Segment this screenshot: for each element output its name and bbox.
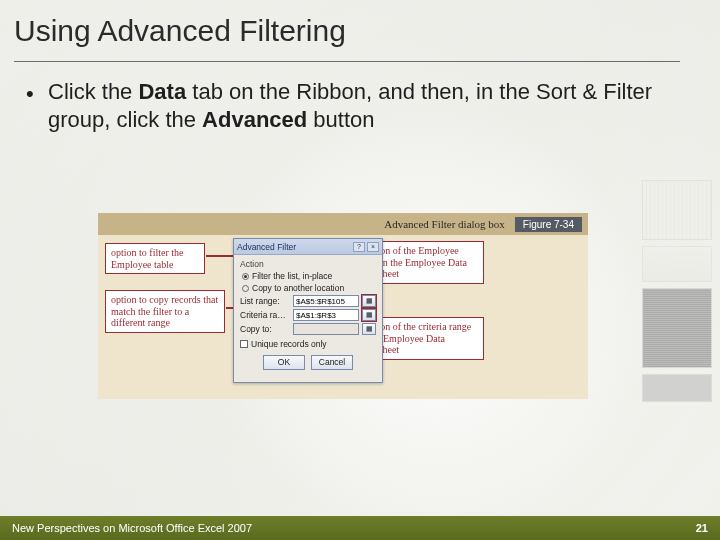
page-number: 21 [696,522,708,534]
cancel-button[interactable]: Cancel [311,355,353,370]
callout-filter-table: option to filter the Employee table [105,243,205,274]
bullet-text-part: button [307,107,374,132]
callout-copy-records: option to copy records that match the fi… [105,290,225,333]
bullet-bold-data: Data [138,79,186,104]
decorative-side-textures [642,180,720,408]
bullet-text: Click the Data tab on the Ribbon, and th… [48,78,656,133]
title-underline [14,61,680,62]
bullet-item: • Click the Data tab on the Ribbon, and … [26,78,656,133]
slide-title: Using Advanced Filtering [14,14,346,48]
footer-text: New Perspectives on Microsoft Office Exc… [12,522,252,534]
criteria-range-field: Criteria range: $A$1:$R$3 ▦ [240,309,376,321]
radio-icon [242,285,249,292]
window-buttons: ? × [353,242,379,252]
dialog-titlebar: Advanced Filter ? × [234,239,382,255]
criteria-range-label: Criteria range: [240,310,290,320]
action-group-label: Action [240,259,376,269]
dialog-title-text: Advanced Filter [237,242,296,252]
copy-to-input [293,323,359,335]
figure-caption: Advanced Filter dialog box [384,218,505,230]
radio-label: Copy to another location [252,283,344,293]
copy-to-label: Copy to: [240,324,290,334]
list-range-label: List range: [240,296,290,306]
close-icon[interactable]: × [367,242,379,252]
dialog-button-row: OK Cancel [240,355,376,370]
callout-leader [206,255,236,257]
radio-filter-inplace[interactable]: Filter the list, in-place [242,271,376,281]
figure-panel: Advanced Filter dialog box Figure 7-34 o… [98,213,588,399]
radio-icon [242,273,249,280]
advanced-filter-dialog: Advanced Filter ? × Action Filter the li… [233,238,383,383]
copy-to-field: Copy to: ▦ [240,323,376,335]
figure-body: option to filter the Employee table opti… [98,235,588,399]
range-picker-icon[interactable]: ▦ [362,309,376,321]
bullet-text-part: Click the [48,79,138,104]
dialog-body: Action Filter the list, in-place Copy to… [234,255,382,374]
range-picker-icon[interactable]: ▦ [362,295,376,307]
figure-number-badge: Figure 7-34 [515,217,582,232]
bullet-dot-icon: • [26,80,34,108]
bullet-bold-advanced: Advanced [202,107,307,132]
slide-footer: New Perspectives on Microsoft Office Exc… [0,516,720,540]
radio-label: Filter the list, in-place [252,271,332,281]
ok-button[interactable]: OK [263,355,305,370]
help-icon[interactable]: ? [353,242,365,252]
list-range-input[interactable]: $A$5:$R$105 [293,295,359,307]
list-range-field: List range: $A$5:$R$105 ▦ [240,295,376,307]
figure-caption-bar: Advanced Filter dialog box Figure 7-34 [98,213,588,235]
checkbox-label: Unique records only [251,339,327,349]
criteria-range-input[interactable]: $A$1:$R$3 [293,309,359,321]
range-picker-icon[interactable]: ▦ [362,323,376,335]
unique-records-checkbox[interactable]: Unique records only [240,339,376,349]
radio-copy-location[interactable]: Copy to another location [242,283,376,293]
checkbox-icon [240,340,248,348]
